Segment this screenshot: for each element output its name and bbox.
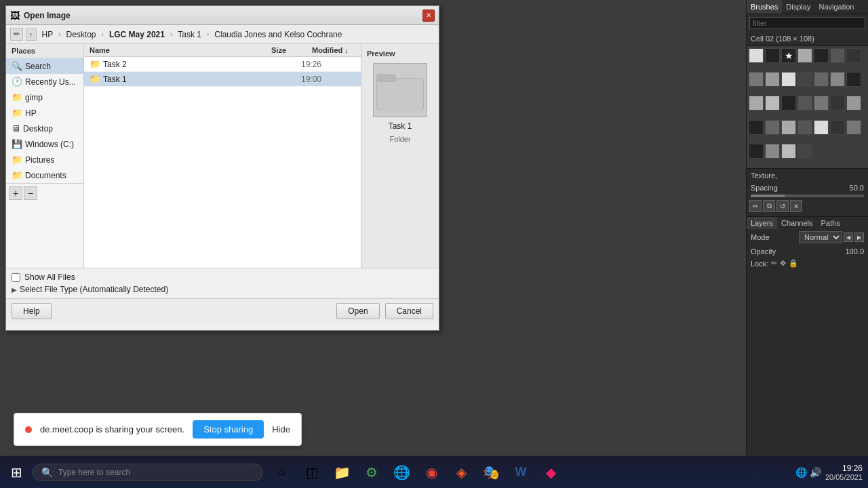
brush-cell[interactable]: [830, 120, 845, 135]
col-modified[interactable]: Modified ↓: [307, 44, 361, 56]
taskbar-app-word[interactable]: W: [507, 459, 534, 486]
lock-move-btn[interactable]: ✥: [780, 259, 786, 268]
brush-cell[interactable]: [846, 120, 861, 135]
brush-cell[interactable]: [765, 120, 780, 135]
brush-cell[interactable]: [749, 144, 764, 159]
brush-cell[interactable]: [814, 72, 829, 87]
tab-paths[interactable]: Paths: [817, 217, 844, 229]
volume-icon[interactable]: 🔊: [810, 467, 821, 478]
brush-cell[interactable]: [797, 144, 812, 159]
brush-filter-input[interactable]: [749, 17, 865, 29]
brush-cell[interactable]: [781, 96, 796, 110]
brush-cell[interactable]: [765, 48, 780, 63]
taskbar-app-misc3[interactable]: ◆: [537, 459, 564, 486]
show-all-files-label[interactable]: Show All Files: [24, 272, 75, 282]
breadcrumb-hp[interactable]: HP: [39, 29, 56, 40]
mode-next-btn[interactable]: ▶: [854, 232, 864, 242]
network-icon[interactable]: 🌐: [795, 467, 807, 478]
delete-tool[interactable]: ✕: [790, 200, 802, 212]
brush-cell[interactable]: [846, 72, 861, 87]
opacity-value: 100.0: [845, 247, 864, 256]
folder-icon: 📁: [90, 74, 100, 84]
taskbar-app-taskview[interactable]: ◫: [298, 459, 326, 486]
stop-sharing-button[interactable]: Stop sharing: [193, 420, 264, 439]
mode-select[interactable]: Normal: [799, 231, 842, 243]
open-button[interactable]: Open: [336, 303, 379, 319]
breadcrumb-back-btn[interactable]: ✏: [10, 28, 23, 41]
dialog-close-button[interactable]: ✕: [422, 9, 435, 22]
breadcrumb-desktop[interactable]: Desktop: [64, 29, 99, 40]
places-item-documents[interactable]: 📁 Documents: [6, 167, 83, 183]
places-item-recently-used[interactable]: 🕐 Recently Us...: [6, 74, 83, 89]
tab-channels[interactable]: Channels: [777, 217, 816, 229]
col-size[interactable]: Size: [266, 44, 307, 56]
breadcrumb-up-btn[interactable]: ↑: [26, 28, 37, 41]
taskbar-app-misc2[interactable]: 🎭: [477, 459, 505, 486]
mode-prev-btn[interactable]: ◀: [844, 232, 853, 242]
tab-navigation[interactable]: Navigation: [814, 0, 858, 14]
brush-cell[interactable]: [765, 72, 780, 87]
brush-cell[interactable]: [781, 72, 796, 87]
taskbar-clock[interactable]: 19:26 20/05/2021: [825, 464, 863, 481]
taskbar-app-settings[interactable]: ⚙: [358, 459, 385, 486]
file-item-task1[interactable]: 📁 Task 1 19:00: [84, 72, 361, 87]
file-modified-task1: 19:00: [301, 75, 355, 84]
file-item-task2[interactable]: 📁 Task 2 19:26: [84, 57, 361, 72]
select-file-type-expander[interactable]: ▶ Select File Type (Automatically Detect…: [12, 285, 433, 294]
places-item-gimp[interactable]: 📁 gimp: [6, 89, 83, 105]
brush-cell[interactable]: [846, 48, 861, 63]
brush-cell[interactable]: [749, 48, 764, 63]
places-item-search[interactable]: 🔍 Search: [6, 58, 83, 74]
brush-cell-star[interactable]: ★: [781, 48, 796, 63]
taskbar-app-chrome[interactable]: ◉: [418, 459, 445, 486]
places-remove-btn[interactable]: −: [24, 186, 37, 200]
brush-cell[interactable]: [797, 120, 812, 135]
places-add-btn[interactable]: +: [9, 186, 22, 200]
tab-brushes[interactable]: Brushes: [747, 0, 782, 14]
lock-all-btn[interactable]: 🔒: [789, 259, 798, 268]
brush-cell[interactable]: [797, 96, 812, 110]
taskbar-app-misc1[interactable]: ◈: [448, 459, 475, 486]
duplicate-tool[interactable]: ⧉: [763, 200, 775, 212]
places-item-windows-c[interactable]: 💾 Windows (C:): [6, 136, 83, 152]
brush-cell[interactable]: [749, 72, 764, 87]
brush-cell[interactable]: [830, 96, 845, 110]
tab-layers[interactable]: Layers: [747, 217, 777, 229]
taskbar-search-box[interactable]: 🔍 Type here to search: [33, 464, 263, 481]
brush-cell[interactable]: [797, 72, 812, 87]
brush-cell[interactable]: [781, 120, 796, 135]
places-add-remove: + −: [6, 183, 83, 203]
brush-cell[interactable]: [765, 144, 780, 159]
breadcrumb-task1[interactable]: Task 1: [175, 29, 204, 40]
taskbar-app-explorer[interactable]: 📁: [328, 459, 355, 486]
tab-display[interactable]: Display: [782, 0, 814, 14]
places-item-pictures[interactable]: 📁 Pictures: [6, 152, 83, 167]
places-item-hp[interactable]: 📁 HP: [6, 105, 83, 121]
lock-pixels-btn[interactable]: ✏: [771, 259, 777, 268]
brush-cell[interactable]: [814, 120, 829, 135]
brush-cell[interactable]: [830, 72, 845, 87]
brush-cell[interactable]: [830, 48, 845, 63]
cancel-button[interactable]: Cancel: [385, 303, 433, 319]
breadcrumb-claudia[interactable]: Claudia Jones and Kelso Cochrane: [212, 29, 344, 40]
mode-label: Mode: [751, 233, 799, 241]
hide-sharing-button[interactable]: Hide: [272, 424, 290, 434]
brush-cell[interactable]: [749, 120, 764, 135]
places-item-desktop[interactable]: 🖥 Desktop: [6, 121, 83, 136]
col-name[interactable]: Name: [84, 44, 266, 56]
taskbar-app-cortana[interactable]: ○: [269, 459, 296, 486]
brush-cell[interactable]: [814, 48, 829, 63]
brush-cell[interactable]: [749, 96, 764, 110]
refresh-tool[interactable]: ↺: [776, 200, 789, 212]
taskbar-app-edge[interactable]: 🌐: [388, 459, 415, 486]
help-button[interactable]: Help: [12, 303, 52, 319]
pencil-tool[interactable]: ✏: [749, 200, 762, 212]
brush-cell[interactable]: [846, 96, 861, 110]
brush-cell[interactable]: [781, 144, 796, 159]
show-all-files-checkbox[interactable]: [12, 273, 20, 282]
start-button[interactable]: ⊞: [0, 456, 33, 488]
brush-cell[interactable]: [814, 96, 829, 110]
brush-cell[interactable]: [797, 48, 812, 63]
breadcrumb-lgc[interactable]: LGC May 2021: [106, 29, 167, 40]
brush-cell[interactable]: [765, 96, 780, 110]
